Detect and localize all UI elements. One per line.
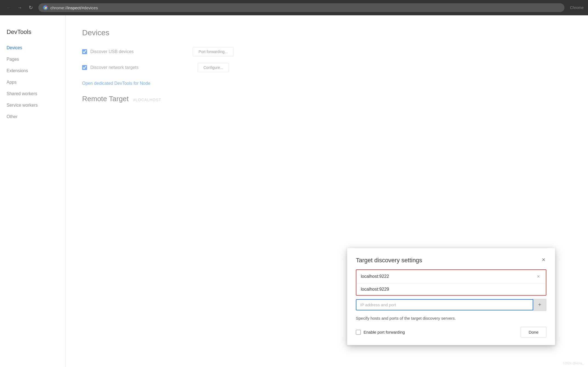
ip-address-input[interactable] bbox=[356, 299, 533, 310]
modal-header: Target discovery settings × bbox=[356, 257, 546, 264]
port-forwarding-checkbox[interactable] bbox=[356, 330, 361, 335]
modal-title: Target discovery settings bbox=[356, 257, 422, 264]
modal-close-button[interactable]: × bbox=[541, 257, 546, 263]
sidebar-item-apps[interactable]: Apps bbox=[0, 77, 65, 88]
sidebar: DevTools Devices Pages Extensions Apps S… bbox=[0, 15, 66, 367]
target-text-1: localhost:9229 bbox=[361, 287, 389, 292]
forward-button[interactable]: → bbox=[15, 3, 24, 12]
address-static: chrome:// bbox=[50, 5, 68, 10]
sidebar-item-shared-workers[interactable]: Shared workers bbox=[0, 88, 65, 100]
tab-label: Chrome bbox=[570, 5, 584, 10]
ip-add-button[interactable]: + bbox=[533, 299, 546, 311]
target-list: localhost:9222 × localhost:9229 bbox=[356, 269, 546, 296]
refresh-button[interactable]: ↻ bbox=[26, 3, 35, 12]
target-text-0: localhost:9222 bbox=[361, 274, 389, 279]
sidebar-title: DevTools bbox=[0, 28, 65, 42]
browser-chrome: ← → ↻ chrome://inspect/#devices Chrome bbox=[0, 0, 588, 15]
target-item-0: localhost:9222 × bbox=[356, 270, 546, 284]
port-forwarding-label[interactable]: Enable port forwarding bbox=[356, 330, 405, 335]
sidebar-item-devices[interactable]: Devices bbox=[0, 42, 65, 54]
sidebar-item-extensions[interactable]: Extensions bbox=[0, 65, 65, 77]
done-button[interactable]: Done bbox=[521, 327, 546, 337]
address-bold: inspect bbox=[68, 5, 81, 10]
target-remove-0[interactable]: × bbox=[535, 273, 541, 280]
address-suffix: /#devices bbox=[80, 5, 98, 10]
page-content: Devices Discover USB devices Port forwar… bbox=[66, 15, 588, 367]
port-forwarding-text: Enable port forwarding bbox=[364, 330, 405, 334]
modal-footer: Enable port forwarding Done bbox=[356, 327, 546, 337]
sidebar-item-service-workers[interactable]: Service workers bbox=[0, 100, 65, 111]
sidebar-item-pages[interactable]: Pages bbox=[0, 54, 65, 65]
target-item-1: localhost:9229 bbox=[356, 284, 546, 295]
target-discovery-modal: Target discovery settings × localhost:92… bbox=[347, 248, 555, 345]
ip-input-row: + bbox=[356, 299, 546, 311]
modal-description: Specify hosts and ports of the target di… bbox=[356, 315, 546, 322]
address-bar[interactable]: chrome://inspect/#devices bbox=[38, 3, 564, 12]
nav-buttons: ← → ↻ bbox=[4, 3, 35, 12]
address-display: chrome://inspect/#devices bbox=[50, 5, 98, 10]
chrome-icon bbox=[43, 5, 48, 10]
back-button[interactable]: ← bbox=[4, 3, 13, 12]
main-content: DevTools Devices Pages Extensions Apps S… bbox=[0, 15, 588, 367]
sidebar-item-other[interactable]: Other bbox=[0, 111, 65, 123]
